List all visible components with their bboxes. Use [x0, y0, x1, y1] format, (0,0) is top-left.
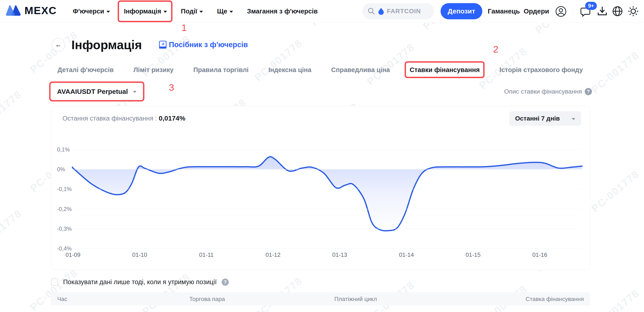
mexc-logo-text: MEXC	[24, 4, 57, 16]
last-rate-value: 0,0174%	[159, 114, 185, 122]
tab-2[interactable]: Правила торгівлі	[193, 66, 248, 74]
tab-4[interactable]: Справедлива ціна	[331, 66, 390, 74]
table-header-3: Ставка фінансування	[526, 296, 584, 302]
positions-filter-row: Показувати дані лише тоді, коли я утриму…	[51, 278, 229, 286]
x-axis-tick: 01-15	[466, 252, 481, 258]
search-box[interactable]: FARTCOIN	[362, 3, 434, 19]
funding-rate-line-chart	[72, 144, 584, 256]
nav-item-label: Події	[181, 8, 198, 15]
mexc-logo-icon	[6, 4, 21, 16]
funding-rate-area	[72, 157, 582, 231]
info-tabs: Деталі ф'ючерсівЛіміт ризикуПравила торг…	[58, 62, 583, 78]
watermark-text: PC-001778	[589, 287, 642, 312]
tab-3[interactable]: Індексна ціна	[268, 66, 312, 74]
download-icon[interactable]	[597, 6, 608, 16]
gridline	[72, 229, 582, 229]
watermark-text: PC-001778	[589, 49, 642, 96]
tab-5[interactable]: Ставки фінансування	[410, 66, 480, 74]
gridline	[72, 209, 582, 209]
nav-item-label: Інформація	[124, 8, 161, 15]
annotation-number-3: 3	[169, 82, 174, 93]
chevron-down-icon	[133, 91, 136, 93]
funding-rate-description-link[interactable]: Опис ставки фінансування ?	[504, 88, 592, 95]
search-icon	[368, 8, 375, 15]
deposit-button[interactable]: Депозит	[440, 3, 482, 19]
x-axis-tick: 01-11	[199, 252, 214, 258]
x-axis-tick: 01-12	[266, 252, 281, 258]
table-header-1: Торгова пара	[189, 296, 225, 302]
chevron-down-icon	[164, 11, 167, 13]
page-title: Інформація	[72, 38, 142, 52]
x-axis-tick: 01-16	[532, 252, 548, 258]
globe-language-icon[interactable]	[612, 6, 623, 16]
x-axis-tick: 01-10	[132, 252, 147, 258]
wallet-link[interactable]: Гаманець	[488, 0, 520, 22]
y-axis-tick: -0,4%	[57, 245, 72, 252]
watermark-text: PC-001778	[0, 88, 24, 135]
y-axis-tick: 0,1%	[57, 146, 70, 153]
theme-sun-icon[interactable]	[628, 6, 638, 16]
funding-desc-label: Опис ставки фінансування	[504, 88, 582, 95]
x-axis-tick: 01-14	[399, 252, 414, 258]
annotation-number-2: 2	[493, 44, 498, 55]
watermark-text: PC-001778	[140, 271, 192, 312]
mexc-logo[interactable]: MEXC	[6, 4, 57, 16]
positions-only-label: Показувати дані лише тоді, коли я утриму…	[63, 278, 217, 286]
orders-link[interactable]: Ордери	[524, 0, 549, 22]
positions-only-checkbox[interactable]	[51, 278, 58, 286]
notification-badge: 9+	[585, 2, 597, 10]
topbar-divider	[573, 6, 573, 16]
chevron-down-icon	[106, 11, 110, 13]
table-header-0: Час	[57, 296, 67, 302]
chevron-down-icon	[572, 118, 575, 120]
time-range-select[interactable]: Останні 7 днів	[509, 111, 581, 126]
coin-drop-icon	[378, 8, 384, 15]
annotation-number-1: 1	[182, 22, 186, 33]
gridline	[72, 150, 582, 150]
nav-item-label: Ф'ючерси	[73, 8, 104, 15]
table-header-2: Платіжний цикл	[334, 296, 377, 302]
chevron-down-icon	[230, 11, 233, 13]
tab-0[interactable]: Деталі ф'ючерсів	[58, 66, 114, 74]
main-nav: Ф'ючерсиІнформаціяПодіїЩеЗмагання з ф'юч…	[73, 0, 318, 22]
guide-book-icon	[158, 40, 167, 49]
top-navigation-bar: MEXC Ф'ючерсиІнформаціяПодіїЩеЗмагання з…	[0, 0, 644, 23]
nav-item-3[interactable]: Ще	[217, 8, 233, 15]
mexc-futures-information-page: PC-001778PC-001778PC-001778PC-001778PC-0…	[0, 0, 644, 312]
watermark-text: PC-001778	[0, 207, 24, 254]
funding-history-table-header: ЧасТоргова параПлатіжний циклСтавка фіна…	[51, 292, 590, 306]
y-axis-tick: -0,2%	[57, 206, 72, 212]
x-axis-tick: 01-13	[332, 252, 347, 258]
nav-item-4[interactable]: Змагання з ф'ючерсів	[247, 8, 318, 15]
question-icon[interactable]: ?	[222, 278, 229, 286]
tab-6[interactable]: Історія страхового фонду	[500, 66, 583, 74]
guide-link-label: Посібник з ф'ючерсів	[169, 40, 248, 49]
futures-guide-link[interactable]: Посібник з ф'ючерсів	[158, 40, 248, 49]
last-funding-rate: Остання ставка фінансування : 0,0174%	[62, 114, 185, 122]
gridline	[72, 248, 582, 249]
last-rate-label: Остання ставка фінансування :	[62, 115, 157, 122]
gridline	[72, 189, 582, 189]
question-icon[interactable]: ?	[585, 88, 592, 95]
x-axis-tick: 01-09	[66, 252, 80, 258]
nav-item-label: Ще	[217, 8, 227, 15]
y-axis-tick: -0,3%	[57, 225, 72, 232]
nav-item-1[interactable]: Інформація	[124, 8, 167, 15]
chevron-down-icon	[200, 11, 203, 13]
back-button[interactable]: ←	[52, 38, 65, 52]
nav-item-0[interactable]: Ф'ючерси	[73, 8, 110, 15]
watermark-text: PC-001778	[589, 168, 642, 214]
contract-pair-value: AVAAIUSDT Perpetual	[57, 88, 128, 96]
y-axis-tick: 0%	[57, 166, 65, 172]
time-range-value: Останні 7 днів	[515, 115, 560, 122]
profile-icon[interactable]	[555, 6, 566, 17]
y-axis-tick: -0,1%	[57, 186, 72, 192]
nav-item-2[interactable]: Події	[181, 8, 203, 15]
gridline	[72, 169, 582, 170]
tab-1[interactable]: Ліміт ризику	[134, 66, 174, 74]
contract-pair-select[interactable]: AVAAIUSDT Perpetual	[51, 83, 142, 100]
nav-item-label: Змагання з ф'ючерсів	[247, 8, 318, 15]
search-value: FARTCOIN	[387, 8, 421, 15]
